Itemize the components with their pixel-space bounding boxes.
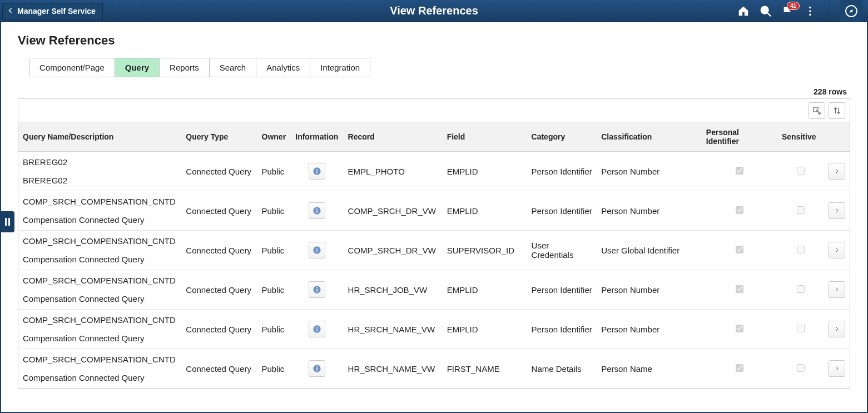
export-icon	[812, 106, 821, 115]
query-classification: User Global Identifier	[597, 231, 702, 270]
svg-rect-21	[317, 329, 318, 331]
navbar-toggle[interactable]	[840, 0, 862, 22]
grid-sort-button[interactable]	[829, 102, 845, 119]
row-expand-button[interactable]	[829, 202, 845, 219]
svg-point-25	[316, 366, 318, 367]
svg-point-19	[316, 287, 318, 288]
sort-icon	[832, 106, 841, 115]
search-icon[interactable]	[760, 5, 772, 17]
table-row: COMP_SRCH_COMPENSATION_CNTDCompensation …	[18, 349, 850, 389]
query-name: COMP_SRCH_COMPENSATION_CNTD	[23, 315, 177, 325]
sensitive-checkbox	[797, 364, 805, 372]
col-header[interactable]: Category	[527, 122, 597, 152]
actions-menu-icon[interactable]	[804, 5, 816, 17]
table-row: COMP_SRCH_COMPENSATION_CNTDCompensation …	[18, 231, 850, 270]
svg-rect-9	[317, 171, 318, 173]
tab-component-page[interactable]: Component/Page	[29, 58, 115, 77]
table-header-row: Query Name/Description Query Type Owner …	[18, 122, 850, 152]
sensitive-checkbox	[797, 325, 805, 332]
query-type: Connected Query	[181, 349, 257, 389]
col-header[interactable]: Query Name/Description	[18, 122, 181, 152]
pause-icon	[5, 218, 10, 226]
query-record: COMP_SRCH_DR_VW	[344, 231, 443, 270]
query-owner: Public	[257, 349, 291, 389]
query-type: Connected Query	[181, 310, 257, 349]
col-header[interactable]: Record	[344, 122, 443, 152]
query-description: Compensation Connected Query	[23, 294, 177, 303]
notifications-button[interactable]: 41	[782, 5, 794, 17]
svg-rect-24	[317, 368, 318, 371]
table-row: COMP_SRCH_COMPENSATION_CNTDCompensation …	[18, 310, 850, 349]
col-header[interactable]: Query Type	[181, 122, 257, 152]
table-row: COMP_SRCH_COMPENSATION_CNTDCompensation …	[18, 191, 850, 231]
header-separator	[830, 0, 830, 22]
query-field: EMPLID	[443, 152, 527, 191]
tab-search[interactable]: Search	[210, 58, 257, 77]
query-name: COMP_SRCH_COMPENSATION_CNTD	[23, 236, 177, 246]
table-row: COMP_SRCH_COMPENSATION_CNTDCompensation …	[18, 270, 850, 310]
col-header[interactable]: Classification	[597, 122, 702, 152]
svg-rect-12	[317, 210, 318, 213]
svg-point-4	[809, 13, 811, 16]
info-button[interactable]	[309, 321, 325, 337]
svg-rect-18	[317, 289, 318, 292]
row-expand-button[interactable]	[829, 242, 845, 258]
svg-marker-6	[850, 9, 853, 13]
svg-rect-15	[317, 250, 318, 252]
info-button[interactable]	[309, 163, 325, 180]
query-classification: Person Number	[597, 270, 702, 310]
info-button[interactable]	[309, 202, 325, 219]
query-owner: Public	[257, 191, 291, 231]
col-header[interactable]: Owner	[257, 122, 291, 152]
svg-point-3	[809, 10, 811, 12]
grid-toolbar	[18, 99, 850, 122]
back-label: Manager Self Service	[17, 7, 96, 16]
query-record: HR_SRCH_NAME_VW	[344, 349, 443, 389]
query-classification: Person Number	[597, 152, 702, 191]
col-header[interactable]: Personal Identifier	[702, 122, 777, 152]
row-expand-button[interactable]	[829, 281, 845, 298]
back-button[interactable]: Manager Self Service	[2, 3, 103, 19]
query-type: Connected Query	[181, 152, 257, 191]
tab-bar: Component/PageQueryReportsSearchAnalytic…	[29, 58, 370, 77]
col-header-expand	[824, 122, 850, 152]
chevron-left-icon	[7, 7, 14, 16]
row-expand-button[interactable]	[829, 321, 845, 337]
tab-query[interactable]: Query	[115, 58, 160, 77]
tab-integration[interactable]: Integration	[310, 58, 370, 77]
query-owner: Public	[257, 270, 291, 310]
query-record: COMP_SRCH_DR_VW	[344, 191, 443, 231]
info-button[interactable]	[309, 281, 325, 298]
info-button[interactable]	[309, 242, 325, 258]
query-field: EMPLID	[443, 191, 527, 231]
query-category: Person Identifier	[527, 310, 597, 349]
row-expand-button[interactable]	[829, 360, 845, 377]
query-name: COMP_SRCH_COMPENSATION_CNTD	[23, 355, 177, 364]
query-classification: Person Number	[597, 310, 702, 349]
tab-analytics[interactable]: Analytics	[256, 58, 310, 77]
info-button[interactable]	[309, 360, 325, 377]
col-header[interactable]: Sensitive	[777, 122, 824, 152]
notification-count-badge: 41	[787, 2, 800, 10]
query-type: Connected Query	[181, 270, 257, 310]
query-name: COMP_SRCH_COMPENSATION_CNTD	[23, 197, 177, 206]
query-type: Connected Query	[181, 231, 257, 270]
personal-identifier-checkbox	[736, 285, 743, 293]
query-field: FIRST_NAME	[443, 349, 527, 389]
personal-identifier-checkbox	[736, 246, 743, 253]
query-record: HR_SRCH_JOB_VW	[344, 270, 443, 310]
query-field: SUPERVISOR_ID	[443, 231, 527, 270]
row-expand-button[interactable]	[829, 163, 845, 180]
svg-point-16	[316, 248, 318, 249]
query-category: Name Details	[527, 349, 597, 389]
tab-reports[interactable]: Reports	[160, 58, 210, 77]
side-panel-toggle[interactable]	[0, 211, 14, 232]
grid-export-button[interactable]	[809, 102, 825, 119]
home-icon[interactable]	[737, 5, 750, 17]
col-header[interactable]: Information	[291, 122, 343, 152]
svg-point-2	[809, 6, 811, 8]
query-record: HR_SRCH_NAME_VW	[344, 310, 443, 349]
table-row: BREREG02BREREG02Connected QueryPublicEMP…	[18, 152, 850, 191]
col-header[interactable]: Field	[443, 122, 527, 152]
sensitive-checkbox	[797, 246, 805, 253]
